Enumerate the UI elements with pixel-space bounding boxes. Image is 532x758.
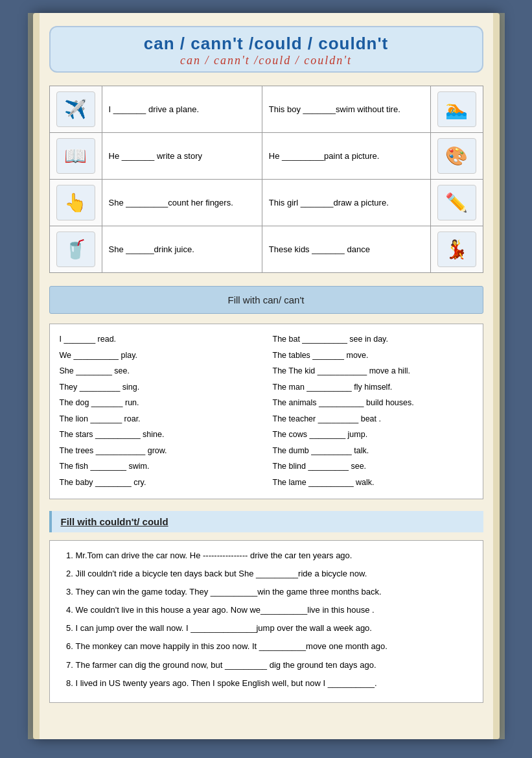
title-sub: can / cann't /could / couldn't bbox=[64, 54, 469, 67]
right-clipart-0: 🏊 bbox=[437, 91, 476, 127]
list-item: The dog _______ run. bbox=[60, 396, 260, 410]
left-clipart-0: ✈️ bbox=[56, 91, 95, 127]
left-icon-cell: ✈️ bbox=[49, 86, 102, 133]
list-item: The cows ________ jump. bbox=[273, 427, 473, 442]
list-item: I _______ read. bbox=[60, 332, 260, 347]
list-item: The dumb _________ talk. bbox=[273, 444, 473, 458]
right-text-cell-2: This girl _______draw a picture. bbox=[262, 180, 430, 226]
list-item: The fish ________ swim. bbox=[60, 459, 260, 474]
table-row: ✈️ I _______ drive a plane. This boy ___… bbox=[49, 86, 483, 133]
right-clipart-2: ✏️ bbox=[437, 185, 476, 220]
exercise2-left: I _______ read.We __________ play.She __… bbox=[60, 332, 260, 491]
right-clipart-3: 💃 bbox=[437, 231, 476, 267]
list-item: Jill couldn't ride a bicycle ten days ba… bbox=[76, 567, 470, 581]
right-text-cell-3: These kids _______ dance bbox=[262, 226, 430, 273]
left-icon-cell: 🥤 bbox=[49, 226, 102, 273]
list-item: I can jump over the wall now. I ________… bbox=[76, 621, 470, 635]
list-item: We __________ play. bbox=[60, 348, 260, 363]
fill-can-header: Fill with can/ can't bbox=[49, 286, 483, 314]
list-item: The The kid ___________ move a hill. bbox=[273, 364, 473, 379]
right-text-cell-1: He _________paint a picture. bbox=[262, 133, 430, 180]
list-item: The stars __________ shine. bbox=[60, 427, 260, 442]
list-item: I lived in US twenty years ago. Then I s… bbox=[76, 676, 470, 691]
left-text-cell-3: She ______drink juice. bbox=[102, 226, 262, 273]
list-item: We couldn't live in this house a year ag… bbox=[76, 603, 470, 617]
table-row: 👆 She _________count her fingers. This g… bbox=[49, 180, 483, 226]
list-item: The man __________ fly himself. bbox=[273, 380, 473, 395]
left-icon-cell: 👆 bbox=[49, 180, 102, 226]
left-clipart-1: 📖 bbox=[56, 138, 95, 174]
table-row: 📖 He _______ write a story He _________p… bbox=[49, 133, 483, 180]
right-icon-cell: 💃 bbox=[430, 226, 483, 273]
right-text-cell-0: This boy _______swim without tire. bbox=[262, 86, 430, 133]
section2-prefix: Fill with bbox=[61, 516, 100, 527]
list-item: The teacher _________ beat . bbox=[273, 412, 473, 427]
section2-header: Fill with couldn't/ could bbox=[49, 511, 483, 532]
title-main: can / cann't /could / couldn't bbox=[64, 34, 469, 54]
list-item: The farmer can dig the ground now, but _… bbox=[76, 658, 470, 672]
exercise2-right: The bat __________ see in day.The tables… bbox=[273, 332, 473, 491]
title-box: can / cann't /could / couldn't can / can… bbox=[49, 26, 483, 73]
list-item: They can win the game today. They ______… bbox=[76, 585, 470, 599]
section2-bold: couldn't/ could bbox=[100, 516, 168, 527]
list-item: The trees ___________ grow. bbox=[60, 444, 260, 458]
list-item: The blind _________ see. bbox=[273, 459, 473, 474]
left-text-cell-0: I _______ drive a plane. bbox=[102, 86, 262, 133]
list-item: The animals __________ build houses. bbox=[273, 396, 473, 410]
list-item: The baby ________ cry. bbox=[60, 475, 260, 490]
list-item: The lame __________ walk. bbox=[273, 475, 473, 490]
left-text-cell-1: He _______ write a story bbox=[102, 133, 262, 180]
exercise2-container: I _______ read.We __________ play.She __… bbox=[49, 324, 483, 499]
list-item: The bat __________ see in day. bbox=[273, 332, 473, 347]
list-item: She ________ see. bbox=[60, 364, 260, 379]
list-item: The monkey can move happily in this zoo … bbox=[76, 639, 470, 654]
page-container: can / cann't /could / couldn't can / can… bbox=[33, 13, 500, 739]
exercise3-container: Mr.Tom can drive the car now. He -------… bbox=[49, 540, 483, 703]
right-clipart-1: 🎨 bbox=[437, 138, 476, 174]
list-item: The tables _______ move. bbox=[273, 348, 473, 363]
right-icon-cell: 🎨 bbox=[430, 133, 483, 180]
left-clipart-2: 👆 bbox=[56, 185, 95, 220]
exercise3-list: Mr.Tom can drive the car now. He -------… bbox=[69, 549, 470, 691]
left-icon-cell: 📖 bbox=[49, 133, 102, 180]
left-clipart-3: 🥤 bbox=[56, 231, 95, 267]
right-icon-cell: 🏊 bbox=[430, 86, 483, 133]
left-text-cell-2: She _________count her fingers. bbox=[102, 180, 262, 226]
list-item: The lion _______ roar. bbox=[60, 412, 260, 427]
list-item: Mr.Tom can drive the car now. He -------… bbox=[76, 549, 470, 563]
table-row: 🥤 She ______drink juice. These kids ____… bbox=[49, 226, 483, 273]
right-icon-cell: ✏️ bbox=[430, 180, 483, 226]
exercise1-table: ✈️ I _______ drive a plane. This boy ___… bbox=[49, 86, 483, 273]
list-item: They _________ sing. bbox=[60, 380, 260, 395]
